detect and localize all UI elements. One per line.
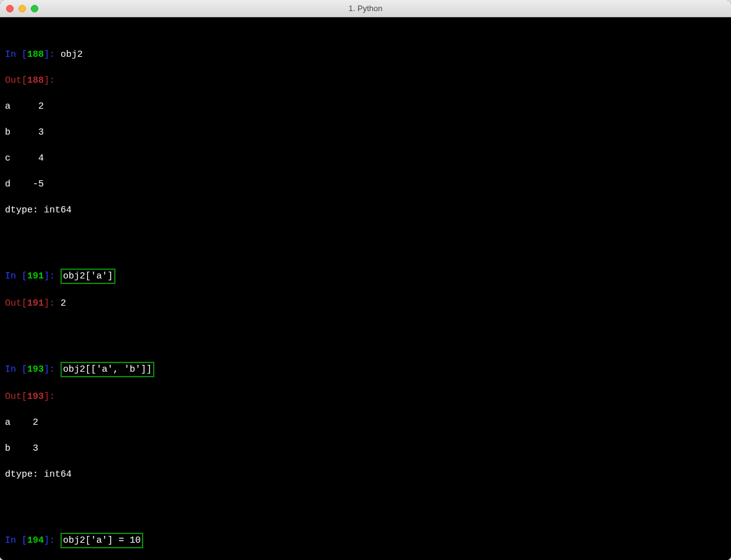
titlebar[interactable]: 1. Python	[0, 0, 731, 17]
output-line: a 2	[5, 100, 726, 113]
output-line: dtype: int64	[5, 204, 726, 217]
cell-out-193: Out[193]:	[5, 390, 726, 403]
output-line: b 3	[5, 126, 726, 139]
cell-out-188: Out[188]:	[5, 74, 726, 87]
terminal-body[interactable]: In [188]: obj2 Out[188]: a 2 b 3 c 4 d -…	[0, 17, 731, 560]
terminal-window: 1. Python In [188]: obj2 Out[188]: a 2 b…	[0, 0, 731, 560]
maximize-icon[interactable]	[31, 5, 38, 12]
highlight-box: obj2['a']	[61, 269, 115, 284]
cell-in-191: In [191]: obj2['a']	[5, 269, 726, 284]
output-line: a 2	[5, 416, 726, 429]
cell-in-188: In [188]: obj2	[5, 48, 726, 61]
output-line: b 3	[5, 442, 726, 455]
highlight-box: obj2['a'] = 10	[61, 533, 143, 548]
cell-in-193: In [193]: obj2[['a', 'b']]	[5, 362, 726, 377]
minimize-icon[interactable]	[19, 5, 26, 12]
traffic-lights	[6, 5, 38, 12]
output-line: dtype: int64	[5, 468, 726, 481]
blank	[5, 230, 726, 243]
window-title: 1. Python	[349, 4, 383, 13]
blank	[5, 494, 726, 507]
cell-out-191: Out[191]: 2	[5, 297, 726, 310]
blank	[5, 323, 726, 336]
cell-in-194: In [194]: obj2['a'] = 10	[5, 533, 726, 548]
output-line: c 4	[5, 152, 726, 165]
close-icon[interactable]	[6, 5, 14, 12]
output-line: d -5	[5, 178, 726, 191]
highlight-box: obj2[['a', 'b']]	[61, 362, 154, 377]
